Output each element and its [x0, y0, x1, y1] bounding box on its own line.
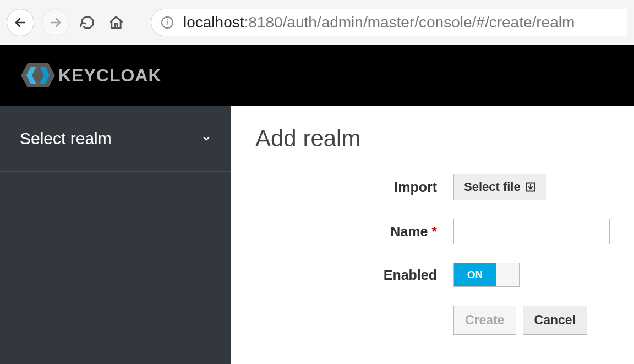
svg-marker-3: [21, 63, 55, 87]
url-text: localhost:8180/auth/admin/master/console…: [183, 14, 575, 31]
keycloak-logo[interactable]: KEYCLOAK: [21, 63, 162, 87]
select-file-label: Select file: [464, 180, 521, 194]
form-row-import: Import Select file: [255, 174, 610, 200]
required-asterisk: *: [431, 224, 437, 239]
main-content: Add realm Import Select file Name * Enab…: [231, 106, 634, 364]
browser-forward-button: [42, 9, 69, 36]
app-header: KEYCLOAK: [0, 45, 634, 106]
enabled-toggle[interactable]: ON: [453, 263, 520, 287]
form-row-enabled: Enabled ON: [255, 263, 610, 287]
realm-selector-label: Select realm: [20, 129, 112, 148]
browser-reload-button[interactable]: [77, 12, 98, 33]
enabled-label: Enabled: [255, 267, 453, 283]
browser-chrome: i localhost:8180/auth/admin/master/conso…: [0, 0, 634, 45]
browser-back-button[interactable]: [7, 9, 34, 36]
keycloak-logo-text: KEYCLOAK: [58, 65, 162, 86]
app-body: Select realm Add realm Import Select fil…: [0, 106, 634, 364]
realm-selector[interactable]: Select realm: [0, 106, 231, 172]
name-input[interactable]: [453, 219, 610, 244]
reload-icon: [80, 15, 95, 30]
select-file-button[interactable]: Select file: [453, 174, 546, 200]
sidebar: Select realm: [0, 106, 231, 364]
keycloak-logo-mark-icon: [21, 63, 55, 87]
toggle-on-label: ON: [454, 263, 496, 286]
import-label: Import: [255, 179, 453, 195]
create-button[interactable]: Create: [453, 306, 516, 335]
toggle-handle: [496, 263, 519, 286]
name-label: Name *: [255, 224, 453, 240]
form-row-name: Name *: [255, 219, 610, 244]
arrow-left-icon: [14, 16, 27, 29]
address-bar[interactable]: i localhost:8180/auth/admin/master/conso…: [151, 9, 627, 36]
svg-rect-2: [115, 24, 118, 28]
cancel-button[interactable]: Cancel: [523, 306, 587, 335]
page-title: Add realm: [255, 125, 610, 152]
site-info-icon[interactable]: i: [161, 16, 173, 29]
import-icon: [525, 181, 536, 192]
arrow-right-icon: [49, 16, 62, 29]
form-actions: Create Cancel: [453, 306, 610, 335]
browser-home-button[interactable]: [106, 12, 127, 33]
chevron-down-icon: [201, 134, 211, 144]
home-icon: [108, 15, 124, 30]
